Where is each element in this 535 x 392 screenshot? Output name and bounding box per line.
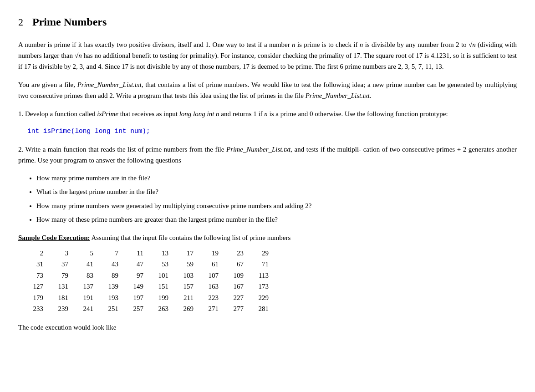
section-header: 2 Prime Numbers — [18, 14, 517, 30]
table-cell: 47 — [118, 259, 143, 270]
table-cell: 67 — [219, 259, 244, 270]
table-cell: 137 — [68, 281, 93, 292]
sample-header: Sample Code Execution: Assuming that the… — [18, 232, 517, 243]
table-cell: 29 — [244, 248, 269, 259]
table-row: 127131137139149151157163167173 — [18, 281, 269, 292]
page-container: 2 Prime Numbers A number is prime if it … — [18, 14, 517, 333]
table-cell: 89 — [93, 270, 118, 281]
bullet-list: How many prime numbers are in the file? … — [36, 173, 517, 225]
table-cell: 197 — [118, 292, 143, 304]
table-cell: 71 — [244, 259, 269, 270]
table-cell: 107 — [194, 270, 219, 281]
table-cell: 229 — [244, 292, 269, 304]
table-cell: 181 — [43, 292, 68, 304]
task-paragraph: You are given a file, Prime_Number_List.… — [18, 79, 517, 101]
code-block: int isPrime(long long int num); — [18, 127, 517, 137]
table-cell: 3 — [43, 248, 68, 259]
table-row: 7379838997101103107109113 — [18, 270, 269, 281]
bullet-item-4: How many of these prime numbers are grea… — [36, 214, 517, 225]
section-number: 2 — [18, 15, 23, 30]
table-cell: 109 — [219, 270, 244, 281]
table-cell: 193 — [93, 292, 118, 304]
bullet-item-2: What is the largest prime number in the … — [36, 187, 517, 197]
table-cell: 101 — [143, 270, 168, 281]
table-cell: 73 — [18, 270, 43, 281]
table-cell: 61 — [194, 259, 219, 270]
code-text: int isPrime(long long int num); — [27, 127, 150, 135]
table-cell: 157 — [168, 281, 194, 292]
table-cell: 5 — [68, 248, 93, 259]
table-cell: 59 — [168, 259, 194, 270]
prime-table: 2357111317192329313741434753596167717379… — [18, 248, 269, 315]
table-cell: 179 — [18, 292, 43, 304]
table-row: 179181191193197199211223227229 — [18, 292, 269, 304]
table-cell: 103 — [168, 270, 194, 281]
table-cell: 163 — [194, 281, 219, 292]
table-cell: 199 — [143, 292, 168, 304]
bullet-item-1: How many prime numbers are in the file? — [36, 173, 517, 183]
table-cell: 11 — [118, 248, 143, 259]
table-cell: 281 — [244, 303, 269, 315]
table-cell: 2 — [18, 248, 43, 259]
table-cell: 19 — [194, 248, 219, 259]
sample-label: Sample Code Execution: — [18, 234, 90, 241]
table-cell: 223 — [194, 292, 219, 304]
table-cell: 37 — [43, 259, 68, 270]
table-cell: 83 — [68, 270, 93, 281]
table-cell: 31 — [18, 259, 43, 270]
table-cell: 43 — [93, 259, 118, 270]
table-cell: 173 — [244, 281, 269, 292]
table-cell: 149 — [118, 281, 143, 292]
table-cell: 79 — [43, 270, 68, 281]
table-row: 2357111317192329 — [18, 248, 269, 259]
table-cell: 53 — [143, 259, 168, 270]
table-cell: 277 — [219, 303, 244, 315]
item1-paragraph: 1. Develop a function called isPrime tha… — [18, 108, 517, 119]
table-cell: 263 — [143, 303, 168, 315]
table-cell: 7 — [93, 248, 118, 259]
item2-paragraph: 2. Write a main function that reads the … — [18, 144, 517, 166]
intro-paragraph: A number is prime if it has exactly two … — [18, 39, 517, 72]
table-cell: 271 — [194, 303, 219, 315]
table-cell: 151 — [143, 281, 168, 292]
table-cell: 233 — [18, 303, 43, 315]
table-cell: 113 — [244, 270, 269, 281]
table-cell: 127 — [18, 281, 43, 292]
table-cell: 139 — [93, 281, 118, 292]
table-cell: 131 — [43, 281, 68, 292]
table-cell: 17 — [168, 248, 194, 259]
table-cell: 251 — [93, 303, 118, 315]
table-cell: 241 — [68, 303, 93, 315]
table-cell: 211 — [168, 292, 194, 304]
table-cell: 227 — [219, 292, 244, 304]
table-cell: 167 — [219, 281, 244, 292]
table-cell: 257 — [118, 303, 143, 315]
table-cell: 23 — [219, 248, 244, 259]
table-cell: 239 — [43, 303, 68, 315]
table-cell: 191 — [68, 292, 93, 304]
table-cell: 269 — [168, 303, 194, 315]
sample-text: Assuming that the input file contains th… — [91, 234, 290, 241]
table-cell: 97 — [118, 270, 143, 281]
table-cell: 13 — [143, 248, 168, 259]
table-row: 233239241251257263269271277281 — [18, 303, 269, 315]
table-row: 31374143475359616771 — [18, 259, 269, 270]
closing-text: The code execution would look like — [18, 324, 116, 331]
section-title: Prime Numbers — [32, 14, 107, 30]
closing-paragraph: The code execution would look like — [18, 322, 517, 333]
bullet-item-3: How many prime numbers were generated by… — [36, 201, 517, 211]
table-cell: 41 — [68, 259, 93, 270]
